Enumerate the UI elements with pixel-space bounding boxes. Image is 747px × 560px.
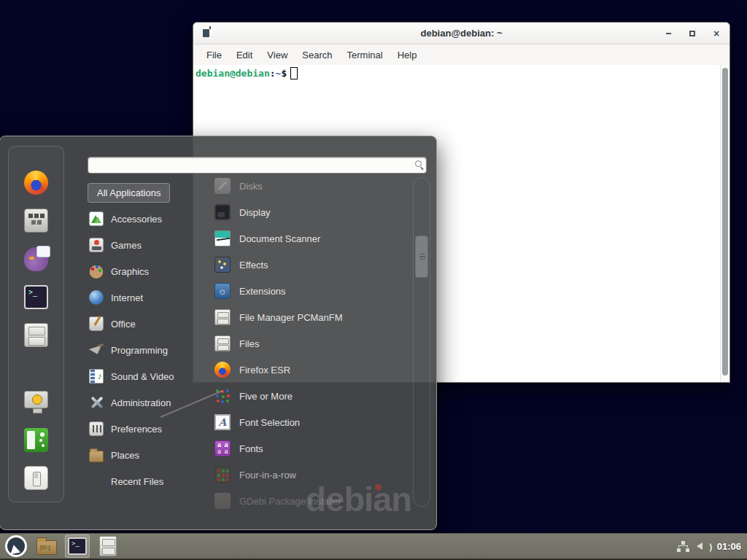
- favorite-software[interactable]: [22, 206, 51, 235]
- category-graphics[interactable]: Graphics: [88, 258, 212, 284]
- taskbar-terminal-button[interactable]: [65, 534, 90, 558]
- menu-button[interactable]: [4, 534, 28, 558]
- games-icon: [89, 238, 104, 252]
- office-icon: [89, 316, 104, 331]
- lock-screen-icon: [24, 391, 48, 408]
- category-list: All Applications Accessories Games Graph…: [88, 183, 212, 494]
- terminal-title: debian@debian: ~: [193, 28, 729, 39]
- menu-scrollbar-thumb[interactable]: [415, 236, 428, 278]
- sound-video-icon: [89, 369, 104, 384]
- menu-help[interactable]: Help: [390, 47, 425, 63]
- maximize-icon[interactable]: [686, 28, 698, 39]
- file-manager-icon: [24, 323, 48, 347]
- terminal-scrollbar-thumb[interactable]: [722, 68, 728, 376]
- shell-prompt: debian@debian:~$: [196, 67, 298, 79]
- log-out-button[interactable]: [22, 425, 51, 454]
- app-document-scanner[interactable]: Document Scanner: [214, 225, 410, 252]
- terminal-menubar: File Edit View Search Terminal Help: [193, 44, 729, 65]
- network-icon[interactable]: [677, 541, 689, 552]
- shutdown-button[interactable]: [22, 463, 51, 492]
- app-extensions[interactable]: Extensions: [214, 278, 410, 304]
- scanner-icon: [214, 230, 231, 246]
- programming-icon: [89, 343, 104, 357]
- app-file-manager-pcmanfm[interactable]: File Manager PCManFM: [214, 304, 410, 330]
- category-games[interactable]: Games: [88, 232, 212, 258]
- letter-a-icon: [214, 414, 231, 430]
- app-five-or-more[interactable]: Five or More: [214, 383, 410, 409]
- folder-icon: [89, 451, 104, 462]
- prompt-path: ~: [276, 68, 282, 79]
- graphics-icon: [89, 264, 104, 279]
- fonts-icon: [214, 440, 231, 456]
- menu-logo-icon: [5, 535, 27, 557]
- internet-globe-icon: [89, 290, 104, 305]
- firefox-icon: [214, 362, 231, 378]
- terminal-icon: [24, 285, 48, 309]
- category-preferences[interactable]: Preferences: [88, 416, 212, 442]
- menu-file[interactable]: File: [199, 47, 229, 63]
- category-internet[interactable]: Internet: [88, 284, 212, 311]
- file-cabinet-icon: [214, 309, 231, 325]
- category-programming[interactable]: Programming: [88, 337, 212, 363]
- favorite-terminal[interactable]: [22, 282, 51, 311]
- search-input[interactable]: [88, 157, 427, 174]
- minimize-icon[interactable]: [662, 28, 674, 39]
- app-display[interactable]: Display: [214, 199, 410, 225]
- shutdown-icon: [24, 466, 48, 490]
- terminal-cursor: [290, 67, 298, 79]
- close-icon[interactable]: ×: [711, 28, 722, 39]
- menu-scrollbar-track[interactable]: [413, 177, 430, 507]
- taskbar: 01:06: [0, 533, 747, 560]
- application-list: Disks Display Document Scanner Effects E…: [214, 173, 410, 514]
- terminal-window-icon: [203, 29, 209, 37]
- file-cabinet-icon: [99, 536, 117, 556]
- menu-terminal[interactable]: Terminal: [340, 47, 390, 63]
- app-firefox-esr[interactable]: Firefox ESR: [214, 357, 410, 383]
- favorite-firefox[interactable]: [22, 168, 51, 197]
- firefox-icon: [24, 171, 48, 195]
- favorite-file-manager[interactable]: [22, 320, 51, 349]
- menu-edit[interactable]: Edit: [229, 47, 260, 63]
- favorite-messenger[interactable]: [22, 244, 51, 273]
- dot-grid-icon: [214, 467, 231, 483]
- prompt-user-host: debian@debian: [196, 68, 270, 79]
- app-disks[interactable]: Disks: [214, 173, 410, 199]
- app-effects[interactable]: Effects: [214, 252, 410, 278]
- taskbar-file-manager-button[interactable]: [34, 534, 59, 558]
- application-menu: All Applications Accessories Games Graph…: [0, 136, 437, 530]
- favorites-panel: [8, 146, 64, 502]
- category-all-applications[interactable]: All Applications: [88, 183, 170, 203]
- disks-icon: [214, 178, 231, 194]
- taskbar-files-button[interactable]: [96, 534, 120, 558]
- extensions-gear-icon: [214, 283, 231, 299]
- menu-view[interactable]: View: [260, 47, 295, 63]
- accessories-icon: [89, 211, 104, 226]
- messenger-icon: [24, 247, 48, 271]
- menu-search[interactable]: Search: [295, 47, 339, 63]
- debian-watermark-dot: [375, 484, 382, 491]
- category-office[interactable]: Office: [88, 311, 212, 337]
- clock[interactable]: 01:06: [717, 541, 741, 552]
- category-accessories[interactable]: Accessories: [88, 206, 212, 232]
- terminal-scrollbar[interactable]: [720, 65, 729, 382]
- file-cabinet-icon: [214, 335, 231, 351]
- category-sound-video[interactable]: Sound & Video: [88, 363, 212, 389]
- software-icon: [24, 209, 48, 233]
- app-files[interactable]: Files: [214, 330, 410, 357]
- display-icon: [214, 204, 231, 220]
- terminal-icon: [68, 537, 87, 555]
- volume-icon[interactable]: [697, 540, 710, 552]
- preferences-icon: [89, 421, 104, 436]
- app-fonts[interactable]: Fonts: [214, 435, 410, 462]
- app-font-selection[interactable]: Font Selection: [214, 409, 410, 435]
- folder-icon: [36, 540, 57, 555]
- terminal-titlebar[interactable]: debian@debian: ~ ×: [193, 23, 729, 44]
- system-tray: 01:06: [677, 540, 741, 552]
- package-icon: [214, 493, 231, 509]
- crossed-tools-icon: [89, 395, 104, 410]
- category-places[interactable]: Places: [88, 442, 212, 468]
- lock-screen-button[interactable]: [22, 387, 51, 416]
- category-recent-files[interactable]: Recent Files: [88, 468, 212, 494]
- search-icon: [415, 160, 422, 167]
- desktop: debian@debian: ~ × File Edit View Search…: [0, 0, 747, 560]
